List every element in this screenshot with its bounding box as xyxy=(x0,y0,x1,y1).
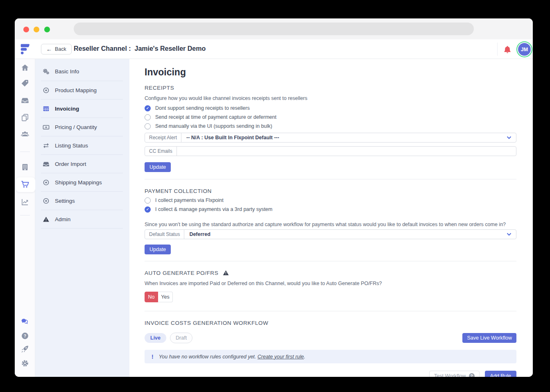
create-first-rule-link[interactable]: Create your first rule xyxy=(258,354,304,360)
invoicing-settings-panel: Invoicing RECEIPTS Configure how you wou… xyxy=(129,59,533,377)
tag-icon[interactable] xyxy=(21,79,29,87)
auto-generate-heading: AUTO GENERATE PO/FRS xyxy=(145,270,516,277)
menu-item-basic-info[interactable]: Basic Info xyxy=(35,62,129,81)
inbox-icon xyxy=(43,161,50,168)
receipt-alert-select[interactable]: Receipt Alert -- N/A : Use Built In Flxp… xyxy=(145,133,516,143)
menu-item-pricing-quantity[interactable]: Pricing / Quantity xyxy=(41,118,123,136)
users-group-icon[interactable] xyxy=(21,130,29,138)
radio-label: Send manually via the UI (supports sendi… xyxy=(155,123,272,129)
default-status-label: Default Status xyxy=(145,230,184,239)
rail-divider xyxy=(20,152,30,152)
header-divider xyxy=(497,43,498,56)
home-icon[interactable] xyxy=(21,63,29,72)
cc-emails-label: CC Emails xyxy=(145,147,177,156)
radio-unchecked-icon[interactable] xyxy=(145,114,151,120)
receipts-option-send-at-capture[interactable]: Send receipt at time of payment capture … xyxy=(145,113,516,122)
warning-triangle-icon xyxy=(223,270,229,277)
menu-item-admin[interactable]: Admin xyxy=(41,210,123,228)
menu-item-label: Listing Status xyxy=(55,143,88,149)
radio-label: Dont support sending receipts to reselle… xyxy=(155,105,250,111)
money-icon xyxy=(43,124,50,131)
target-icon xyxy=(43,87,50,94)
chevron-down-icon xyxy=(507,233,516,236)
menu-item-listing-status[interactable]: Listing Status xyxy=(41,136,123,154)
radio-label: I collect & manage payments via a 3rd pa… xyxy=(155,206,272,212)
receipts-option-send-manually[interactable]: Send manually via the UI (supports sendi… xyxy=(145,122,516,131)
menu-item-invoicing[interactable]: Invoicing xyxy=(41,99,123,118)
test-workflow-button[interactable]: Test Workflow ? xyxy=(429,371,480,377)
page-breadcrumb-title: Reseller Channel : Jamie's Reseller Demo xyxy=(74,45,206,52)
payment-option-via-flxpoint[interactable]: I collect payments via Flxpoint xyxy=(145,196,516,205)
menu-item-label: Product Mapping xyxy=(55,87,97,93)
avatar-initials: JM xyxy=(521,47,528,52)
table-icon xyxy=(43,105,50,112)
close-window-button[interactable] xyxy=(23,27,29,32)
target-icon xyxy=(43,197,50,204)
default-status-value: Deferred xyxy=(184,231,210,237)
app-window: ← Back Reseller Channel : Jamie's Resell… xyxy=(15,18,533,377)
save-live-workflow-button[interactable]: Save Live Workflow xyxy=(462,333,516,343)
avatar[interactable]: JM xyxy=(518,43,531,56)
zoom-window-button[interactable] xyxy=(44,27,50,32)
receipts-update-button[interactable]: Update xyxy=(145,162,171,172)
section-divider xyxy=(145,179,516,179)
menu-item-label: Basic Info xyxy=(55,68,79,75)
alert-message: You have no workflow rules configured ye… xyxy=(159,354,306,360)
menu-end-divider xyxy=(41,228,123,229)
no-rules-alert-banner: ! You have no workflow rules configured … xyxy=(145,350,516,363)
workflow-tab-live[interactable]: Live xyxy=(145,333,166,343)
building-icon[interactable] xyxy=(21,163,29,171)
minimize-window-button[interactable] xyxy=(34,27,39,32)
notifications-bell-icon[interactable] xyxy=(504,45,511,53)
radio-unchecked-icon[interactable] xyxy=(145,197,151,204)
menu-item-settings[interactable]: Settings xyxy=(41,191,123,210)
target-icon xyxy=(43,179,50,186)
back-button[interactable]: ← Back xyxy=(41,44,72,54)
line-chart-icon[interactable] xyxy=(21,198,29,206)
chat-bubbles-icon[interactable] xyxy=(21,317,29,326)
add-rule-button[interactable]: Add Rule xyxy=(485,371,516,377)
receipts-option-dont-support[interactable]: ✓ Dont support sending receipts to resel… xyxy=(145,104,516,113)
menu-item-order-import[interactable]: Order Import xyxy=(41,154,123,173)
toggle-no-button[interactable]: No xyxy=(145,292,158,302)
cc-emails-input[interactable] xyxy=(177,147,516,156)
payment-collection-note: Since you won't be using the standard au… xyxy=(145,222,516,227)
toggle-yes-button[interactable]: Yes xyxy=(158,292,173,302)
payment-option-3rd-party[interactable]: ✓ I collect & manage payments via a 3rd … xyxy=(145,205,516,214)
channel-settings-menu: Basic Info Product Mapping Invoicing xyxy=(35,59,129,377)
workflow-section-heading: INVOICE COSTS GENERATION WORKFLOW xyxy=(145,320,516,326)
swap-arrows-icon xyxy=(43,142,50,149)
rocket-icon[interactable] xyxy=(21,345,29,353)
menu-item-label: Order Import xyxy=(55,161,86,167)
svg-text:?: ? xyxy=(23,334,26,338)
payment-update-button[interactable]: Update xyxy=(145,245,171,254)
radio-checked-icon[interactable]: ✓ xyxy=(145,206,151,213)
address-bar[interactable] xyxy=(74,23,474,35)
radio-label: I collect payments via Flxpoint xyxy=(155,197,224,203)
gears-icon xyxy=(43,68,50,75)
menu-item-shipping-mappings[interactable]: Shipping Mappings xyxy=(41,173,123,191)
shopping-cart-icon[interactable] xyxy=(21,180,29,188)
menu-item-label: Settings xyxy=(55,198,75,204)
menu-item-product-mapping[interactable]: Product Mapping xyxy=(41,81,123,99)
payment-collection-heading: PAYMENT COLLECTION xyxy=(145,188,516,194)
radio-checked-icon[interactable]: ✓ xyxy=(145,105,151,111)
cc-emails-field: CC Emails xyxy=(145,146,516,156)
workflow-tab-draft[interactable]: Draft xyxy=(170,333,192,343)
flxpoint-logo[interactable] xyxy=(20,43,31,55)
receipts-description: Configure how you would like channel inv… xyxy=(145,95,516,101)
inbox-tray-icon[interactable] xyxy=(21,96,29,104)
section-divider xyxy=(145,261,516,261)
radio-unchecked-icon[interactable] xyxy=(145,123,151,129)
back-arrow-icon: ← xyxy=(46,46,52,52)
auto-generate-question: When Invoices are imported Paid or Defer… xyxy=(145,281,516,286)
gear-icon[interactable] xyxy=(21,359,29,367)
help-circle-icon[interactable]: ? xyxy=(21,332,29,340)
copy-pages-icon[interactable] xyxy=(21,113,29,122)
menu-item-label: Invoicing xyxy=(55,106,79,112)
app-header: ← Back Reseller Channel : Jamie's Resell… xyxy=(15,39,533,59)
warning-icon xyxy=(43,216,50,223)
menu-item-label: Pricing / Quantity xyxy=(55,124,97,130)
page-title: Invoicing xyxy=(145,67,516,78)
default-status-select[interactable]: Default Status Deferred xyxy=(145,229,516,239)
